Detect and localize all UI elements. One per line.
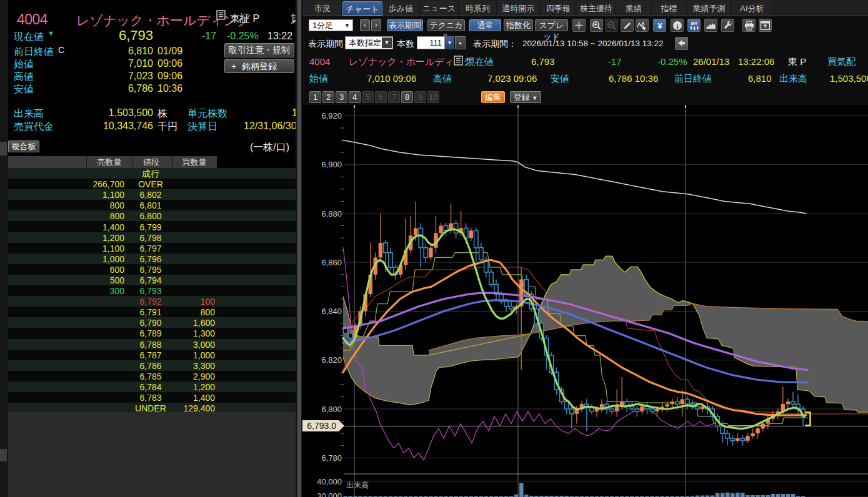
svg-text:40,000: 40,000 <box>317 477 342 486</box>
svg-text:i: i <box>676 22 678 29</box>
svg-text:6,780: 6,780 <box>321 453 342 463</box>
svg-text:6,820: 6,820 <box>321 355 342 365</box>
svg-text:6,793.0: 6,793.0 <box>307 421 336 431</box>
svg-text:6,880: 6,880 <box>321 209 342 219</box>
svg-text:¥: ¥ <box>657 21 662 31</box>
svg-text:30,000: 30,000 <box>317 491 342 497</box>
svg-text:6,840: 6,840 <box>321 307 342 316</box>
svg-text:6,860: 6,860 <box>321 258 342 267</box>
svg-text:MY: MY <box>691 21 697 26</box>
svg-text:6,900: 6,900 <box>321 160 342 169</box>
svg-text:6,800: 6,800 <box>321 405 342 414</box>
svg-text:6,920: 6,920 <box>321 111 342 121</box>
svg-text:出来高: 出来高 <box>346 481 369 490</box>
